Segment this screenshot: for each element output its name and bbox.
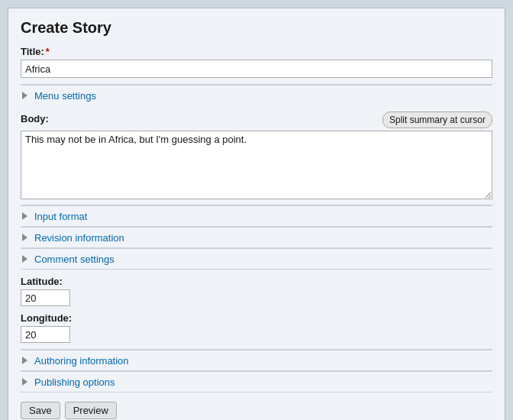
latitude-section: Latitude: bbox=[21, 276, 492, 306]
menu-settings-arrow-icon bbox=[21, 89, 33, 102]
authoring-info-link[interactable]: Authoring information bbox=[34, 355, 129, 367]
longitude-section: Longitude: bbox=[21, 312, 492, 343]
revision-info-arrow-icon bbox=[21, 231, 33, 244]
page-container: Create Story Title:* Menu settings Body:… bbox=[8, 8, 505, 420]
revision-information-row: Revision information bbox=[21, 226, 492, 247]
comment-settings-arrow-icon bbox=[21, 253, 33, 265]
middle-collapsibles: Input format Revision information Commen… bbox=[21, 205, 492, 270]
body-header: Body: Split summary at cursor bbox=[21, 111, 492, 128]
preview-button[interactable]: Preview bbox=[65, 402, 117, 419]
publishing-options-link[interactable]: Publishing options bbox=[34, 376, 115, 388]
revision-info-link[interactable]: Revision information bbox=[34, 232, 124, 244]
body-label: Body: bbox=[21, 113, 49, 124]
authoring-info-row: Authoring information bbox=[21, 349, 492, 370]
title-input[interactable] bbox=[21, 60, 492, 78]
body-section: Body: Split summary at cursor This may n… bbox=[21, 111, 492, 202]
actions-row: Save Preview bbox=[21, 402, 492, 419]
longitude-label: Longitude: bbox=[21, 312, 492, 324]
comment-settings-row: Comment settings bbox=[21, 247, 492, 270]
bottom-collapsibles: Authoring information Publishing options bbox=[21, 349, 492, 393]
latitude-input[interactable] bbox=[21, 289, 70, 306]
save-button[interactable]: Save bbox=[21, 402, 60, 419]
split-summary-button[interactable]: Split summary at cursor bbox=[382, 111, 492, 128]
required-star: * bbox=[46, 46, 50, 57]
menu-settings-row: Menu settings bbox=[21, 84, 492, 105]
title-section: Title:* bbox=[21, 46, 492, 78]
menu-settings-link[interactable]: Menu settings bbox=[34, 90, 96, 102]
input-format-arrow-icon bbox=[21, 210, 33, 222]
body-textarea[interactable]: This may not be in Africa, but I'm guess… bbox=[21, 131, 492, 199]
latitude-label: Latitude: bbox=[21, 276, 492, 287]
authoring-info-arrow-icon bbox=[21, 354, 33, 367]
publishing-options-arrow-icon bbox=[21, 376, 33, 388]
input-format-link[interactable]: Input format bbox=[34, 211, 87, 222]
input-format-row: Input format bbox=[21, 205, 492, 226]
comment-settings-link[interactable]: Comment settings bbox=[34, 254, 115, 265]
longitude-input[interactable] bbox=[21, 326, 70, 343]
page-title: Create Story bbox=[21, 19, 492, 37]
publishing-options-row: Publishing options bbox=[21, 370, 492, 393]
title-label: Title:* bbox=[21, 46, 492, 57]
